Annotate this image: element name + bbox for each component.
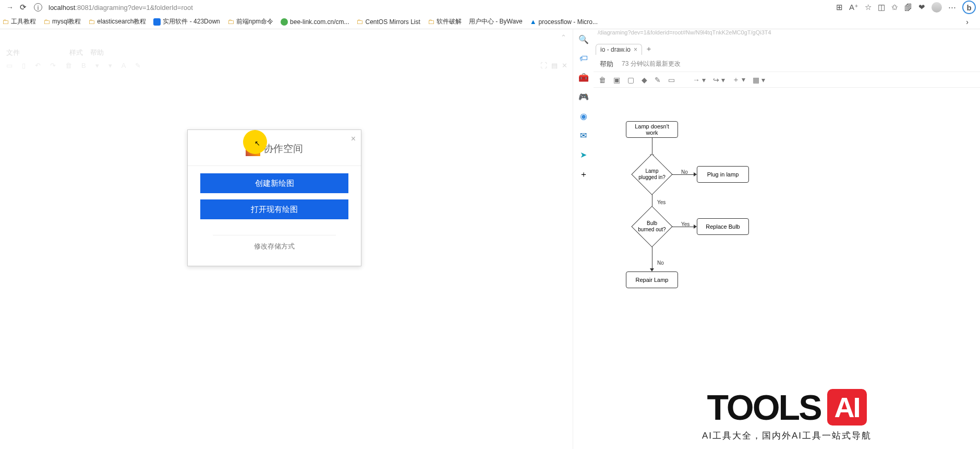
browser-address-bar: → ⟳ i localhost:8081/diagraming?dev=1&fo… xyxy=(0,0,980,15)
tools-ai-tagline: AI工具大全，国内外AI工具一站式导航 xyxy=(601,430,973,442)
menu-item[interactable]: 样式 xyxy=(69,48,83,57)
fc-connector xyxy=(652,246,652,269)
profile-avatar[interactable] xyxy=(931,2,942,13)
menu-item[interactable] xyxy=(41,48,48,57)
fc-text: Replace Bulb xyxy=(706,223,740,230)
tab-drawio[interactable]: io - draw.io × xyxy=(596,44,642,55)
fc-action-replace[interactable]: Replace Bulb xyxy=(697,218,749,235)
right-tabs: io - draw.io × ＋ xyxy=(594,42,980,56)
bookmark-item[interactable]: 🗀elasticsearch教程 xyxy=(88,17,146,26)
bookmark-item[interactable]: 🗀前端npm命令 xyxy=(227,17,273,26)
bookmark-item[interactable]: 🗀工具教程 xyxy=(2,17,36,26)
tool-icon[interactable]: B xyxy=(81,62,86,71)
app-icon[interactable]: ⊞ xyxy=(836,3,843,12)
tool-icon[interactable]: ✎ xyxy=(135,62,141,71)
tool-icon[interactable]: 🗑 xyxy=(65,62,72,71)
site-info-icon[interactable]: i xyxy=(34,3,42,11)
toback-icon[interactable]: ▢ xyxy=(627,76,634,84)
tool-icon[interactable]: ▯ xyxy=(22,62,26,71)
right-toolbar: 🗑 ▣ ▢ ◆ ✎ ▭ → ▾ ↪ ▾ ＋ ▾ ▦ ▾ xyxy=(594,72,980,88)
games-icon[interactable]: 🎮 xyxy=(578,92,589,102)
forward-icon[interactable]: → xyxy=(4,3,16,11)
split-icon[interactable]: ◫ xyxy=(878,3,885,12)
menu-item[interactable]: 帮助 xyxy=(90,48,104,57)
edit-icon[interactable]: ✎ xyxy=(655,76,661,84)
bookmark-item[interactable]: bee-link.com.cn/cm... xyxy=(281,18,349,26)
bookmark-item[interactable]: 🗀CentOS Mirrors List xyxy=(356,18,420,26)
menu-item[interactable] xyxy=(55,48,62,57)
collections-icon[interactable]: 🗐 xyxy=(904,3,912,12)
trash-icon[interactable]: 🗑 xyxy=(599,76,606,84)
editor-menu-faded: 文件 样式 帮助 xyxy=(6,48,104,57)
bookmarks-bar: 🗀工具教程 🗀mysql教程 🗀elasticsearch教程 实用软件 - 4… xyxy=(0,15,980,29)
fc-decision-plugged[interactable]: Lamp plugged in? xyxy=(631,153,673,195)
main-split: ⌃ 文件 样式 帮助 ▭ ▯ ↶ ↷ 🗑 B ▾ ▾ A ✎ ⛶ ▤ ✕ xyxy=(0,29,980,449)
favorites-list-icon[interactable]: ✩ xyxy=(891,3,898,12)
clear-icon[interactable]: ▭ xyxy=(668,76,675,84)
bookmark-item[interactable]: 🗀软件破解 xyxy=(428,17,462,26)
modal-body: 创建新绘图 打开现有绘图 修改存储方式 xyxy=(188,166,361,266)
office-icon[interactable]: ◉ xyxy=(580,111,587,121)
refresh-icon[interactable]: ⟳ xyxy=(20,3,27,12)
fc-action-plugin[interactable]: Plug in lamp xyxy=(697,166,749,183)
tools-icon[interactable]: 🧰 xyxy=(578,73,589,82)
tool-icon[interactable]: A xyxy=(122,62,126,71)
bookmark-item[interactable]: 实用软件 - 423Down xyxy=(153,17,220,26)
tool-icon[interactable]: ▾ xyxy=(95,62,99,71)
tab-close-icon[interactable]: × xyxy=(634,46,637,53)
bookmark-label: mysql教程 xyxy=(52,17,81,26)
waypoint-icon[interactable]: ↪ ▾ xyxy=(713,76,725,84)
bookmark-item[interactable]: 🗀mysql教程 xyxy=(43,17,81,26)
address-url[interactable]: localhost:8081/diagraming?dev=1&folderId… xyxy=(49,4,193,11)
line-icon[interactable]: → ▾ xyxy=(693,76,706,84)
fc-decision-bulb[interactable]: Bulb burned out? xyxy=(631,206,673,247)
tofront-icon[interactable]: ▣ xyxy=(613,76,620,84)
modal-footer-link[interactable]: 修改存储方式 xyxy=(213,235,336,262)
open-existing-button[interactable]: 打开现有绘图 xyxy=(200,199,348,219)
fill-icon[interactable]: ◆ xyxy=(642,76,647,84)
modal-close-icon[interactable]: × xyxy=(351,134,356,144)
add-icon[interactable]: ＋ xyxy=(579,169,588,180)
tool-icon[interactable]: ↷ xyxy=(50,62,56,71)
bookmark-label: 实用软件 - 423Down xyxy=(163,17,220,26)
close-icon[interactable]: ✕ xyxy=(562,62,567,69)
favorite-icon[interactable]: ☆ xyxy=(865,3,872,12)
folder-icon: 🗀 xyxy=(227,18,234,26)
bookmark-label: 软件破解 xyxy=(437,17,462,26)
new-tab-icon[interactable]: ＋ xyxy=(645,44,652,54)
bookmark-item[interactable]: 用户中心 - ByWave xyxy=(469,17,523,26)
more-icon[interactable]: ⋯ xyxy=(948,3,956,12)
table-icon[interactable]: ▦ ▾ xyxy=(753,76,765,84)
tool-icon[interactable]: ↶ xyxy=(35,62,41,71)
fc-text: Plug in lamp xyxy=(707,171,739,178)
collapse-icon[interactable]: ⌃ xyxy=(561,33,566,41)
search-icon[interactable]: 🔍 xyxy=(578,34,589,44)
menu-item[interactable] xyxy=(27,48,34,57)
tool-icon[interactable]: ▭ xyxy=(6,62,13,71)
right-menu-bar: 帮助 73 分钟以前最新更改 xyxy=(594,56,980,72)
fc-end[interactable]: Repair Lamp xyxy=(626,271,678,288)
menu-help[interactable]: 帮助 xyxy=(600,60,613,69)
drawio-canvas[interactable]: Lamp doesn't work Lamp plugged in? No Pl… xyxy=(594,88,980,449)
bookmarks-overflow-icon[interactable]: › xyxy=(966,18,969,26)
fc-connector xyxy=(672,174,695,175)
fullscreen-icon[interactable]: ⛶ xyxy=(540,62,547,69)
insert-icon[interactable]: ＋ ▾ xyxy=(732,75,745,85)
url-path: :8081/diagraming?dev=1&folderId=root xyxy=(75,4,193,11)
read-aloud-icon[interactable]: A⁺ xyxy=(849,3,858,12)
tool-icon[interactable]: ▾ xyxy=(108,62,112,71)
bookmark-label: bee-link.com.cn/cm... xyxy=(290,18,349,26)
azure-icon: ▲ xyxy=(530,18,537,26)
edge-sidebar: 🔍 🏷 🧰 🎮 ◉ ✉ ➤ ＋ xyxy=(573,29,594,449)
fc-start[interactable]: Lamp doesn't work xyxy=(626,121,678,138)
grid-icon[interactable]: ▤ xyxy=(551,62,558,69)
folder-icon: 🗀 xyxy=(356,18,363,26)
shopping-icon[interactable]: 🏷 xyxy=(579,54,588,63)
bookmark-item[interactable]: ▲processflow - Micro... xyxy=(530,18,598,26)
create-new-button[interactable]: 创建新绘图 xyxy=(200,173,348,193)
outlook-icon[interactable]: ✉ xyxy=(580,131,587,140)
menu-item[interactable]: 文件 xyxy=(6,48,20,57)
bing-icon[interactable]: b xyxy=(962,1,976,14)
send-icon[interactable]: ➤ xyxy=(580,150,587,160)
extensions-icon[interactable]: ❤ xyxy=(918,3,925,12)
